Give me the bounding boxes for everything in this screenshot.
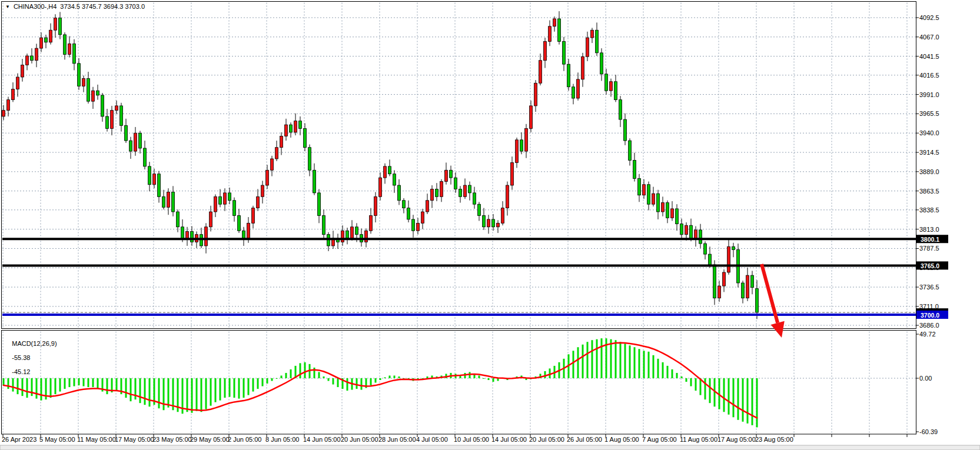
time-axis-label: 7 Aug 05:00 [642, 436, 677, 443]
candle-body [680, 224, 683, 235]
candle-body [454, 178, 457, 189]
candle-body [115, 106, 118, 111]
macd-histogram-bar [738, 378, 739, 420]
price-axis-label: 4041.5 [919, 53, 939, 60]
macd-histogram-bar [205, 378, 207, 409]
candle-body [172, 192, 175, 212]
macd-histogram-bar [375, 378, 377, 383]
candle-body [308, 148, 311, 171]
macd-histogram-bar [125, 378, 127, 398]
candle-body [162, 196, 165, 207]
candle-body [35, 48, 38, 61]
candle-body [228, 193, 231, 201]
candle-body [31, 56, 34, 61]
candle-body [567, 64, 570, 87]
macd-histogram-bar [624, 344, 626, 378]
chart-window: 26 Apr 20235 May 05:0011 May 05:0017 May… [0, 0, 980, 450]
macd-histogram-bar [337, 378, 339, 387]
candle-body [464, 185, 467, 196]
candle-body [16, 77, 19, 89]
macd-histogram-bar [234, 378, 235, 398]
candle-body [238, 215, 241, 231]
candle-body [709, 254, 712, 265]
candle-body [365, 231, 368, 242]
candle-body [487, 219, 490, 227]
candle-body [177, 212, 180, 227]
macd-histogram-bar [139, 378, 141, 403]
time-axis-label: 26 Jul 05:00 [567, 436, 602, 443]
macd-histogram-bar [643, 351, 645, 378]
time-axis-label: 20 Jun 05:00 [341, 436, 378, 443]
macd-histogram-bar [257, 378, 259, 389]
candle-body [440, 182, 443, 197]
candle-body [704, 244, 707, 254]
candle-body [577, 79, 580, 98]
candle-body [732, 246, 735, 249]
candle-body [534, 83, 537, 106]
candle-body [445, 170, 448, 181]
macd-histogram-bar [752, 378, 753, 425]
candle-body [351, 227, 354, 238]
candle-body [516, 140, 519, 163]
candle-body [450, 170, 453, 178]
candle-body [87, 79, 90, 102]
candle-body [92, 91, 95, 101]
macd-histogram-bar [107, 378, 108, 394]
candle-body [727, 246, 730, 272]
macd-histogram-bar [705, 378, 706, 399]
macd-histogram-bar [681, 376, 683, 378]
macd-histogram-bar [163, 378, 165, 410]
macd-histogram-bar [709, 378, 711, 403]
macd-histogram-bar [196, 378, 198, 411]
macd-histogram-bar [347, 378, 348, 391]
price-axis-label: 3686.0 [919, 322, 939, 329]
candle-body [553, 19, 556, 26]
candle-body [219, 196, 222, 204]
macd-histogram-bar [243, 378, 245, 398]
macd-name: MACD(12,26,9) [12, 340, 57, 347]
macd-histogram-bar [168, 378, 170, 408]
macd-histogram-bar [469, 372, 471, 378]
time-axis-label: 14 Jul 05:00 [491, 436, 527, 443]
candle-body [153, 174, 156, 185]
macd-histogram-bar [83, 378, 85, 386]
candlestick-chart-canvas[interactable]: 26 Apr 20235 May 05:0011 May 05:0017 May… [0, 0, 980, 450]
candle-body [469, 185, 471, 193]
candle-body [252, 208, 255, 224]
candle-body [290, 125, 293, 132]
macd-histogram-bar [69, 378, 71, 387]
candle-body [285, 125, 288, 136]
candle-body [167, 192, 170, 208]
macd-histogram-bar [88, 378, 89, 387]
candle-body [629, 141, 632, 160]
price-axis-label: 3863.5 [919, 188, 939, 195]
candle-body [125, 125, 128, 141]
bottom-scroll-strip[interactable] [0, 445, 980, 450]
macd-histogram-bar [723, 378, 725, 412]
candle-body [379, 178, 382, 196]
time-axis-label: 23 May 05:00 [152, 436, 192, 443]
macd-histogram-bar [634, 347, 636, 378]
candle-body [327, 235, 330, 246]
price-axis-label: 4016.5 [919, 72, 939, 79]
candle-body [549, 26, 552, 42]
candle-body [214, 196, 217, 212]
collapse-indicator-icon[interactable]: ▼ [5, 4, 10, 10]
candle-body [671, 209, 674, 218]
candle-body [638, 178, 641, 195]
macd-histogram-bar [300, 363, 301, 378]
macd-histogram-bar [601, 338, 603, 378]
macd-histogram-bar [191, 378, 193, 413]
macd-histogram-bar [394, 375, 396, 378]
macd-histogram-bar [356, 378, 358, 389]
macd-histogram-bar [276, 378, 278, 379]
candle-body [652, 194, 655, 204]
candle-body [511, 162, 514, 185]
macd-histogram-bar [144, 378, 146, 405]
price-axis-label: 3838.5 [919, 206, 939, 214]
candle-body [134, 133, 137, 151]
macd-histogram-bar [285, 373, 287, 378]
macd-histogram-bar [742, 378, 744, 422]
candle-body [68, 44, 71, 54]
candle-body [398, 185, 401, 201]
